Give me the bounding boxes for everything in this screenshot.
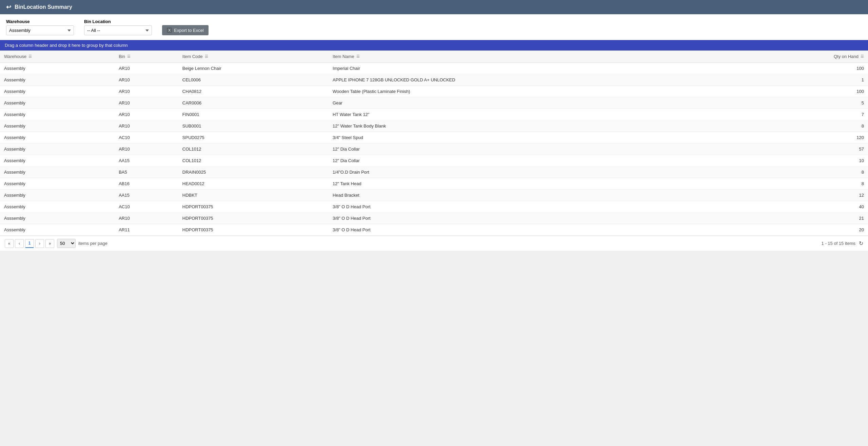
pagination-right: 1 - 15 of 15 items ↻ <box>822 240 863 247</box>
cell-item_name: Head Bracket <box>329 190 746 201</box>
cell-warehouse: Asssembly <box>0 190 115 201</box>
cell-bin: AR10 <box>115 143 178 155</box>
first-page-button[interactable]: « <box>5 239 14 248</box>
warehouse-filter-icon[interactable]: ☰ <box>28 54 32 59</box>
col-header-item-code: Item Code ☰ <box>178 51 329 63</box>
table-row: AsssemblyAB16HEAD001212" Tank Head8 <box>0 178 868 190</box>
item-name-filter-icon[interactable]: ☰ <box>356 54 360 59</box>
pagination-bar: « ‹ 1 › » 50 items per page 1 - 15 of 15… <box>0 236 868 251</box>
cell-item_code: COL1012 <box>178 155 329 167</box>
cell-item_code: FIN0001 <box>178 109 329 120</box>
table-header-row: Warehouse ☰ Bin ☰ Item Code ☰ <box>0 51 868 63</box>
bin-location-label: Bin Location <box>84 19 152 24</box>
last-page-button[interactable]: » <box>45 239 54 248</box>
cell-warehouse: Asssembly <box>0 132 115 143</box>
drag-hint: Drag a column header and drop it here to… <box>0 40 868 51</box>
cell-qty_on_hand: 8 <box>746 120 868 132</box>
table-row: AsssemblyAR10FIN0001HT Water Tank 12"7 <box>0 109 868 120</box>
cell-warehouse: Asssembly <box>0 74 115 86</box>
table-row: AsssemblyAR10CEL0006APPLE IPHONE 7 128GB… <box>0 74 868 86</box>
table-row: AsssemblyAR10CHA0812Wooden Table (Plasti… <box>0 86 868 97</box>
cell-warehouse: Asssembly <box>0 213 115 224</box>
cell-warehouse: Asssembly <box>0 178 115 190</box>
prev-page-button[interactable]: ‹ <box>15 239 24 248</box>
item-code-filter-icon[interactable]: ☰ <box>205 54 208 59</box>
cell-item_name: Gear <box>329 97 746 109</box>
col-header-warehouse: Warehouse ☰ <box>0 51 115 63</box>
cell-item_code: HDPORT00375 <box>178 213 329 224</box>
cell-item_code: CAR0006 <box>178 97 329 109</box>
cell-item_name: 3/8" O D Head Port <box>329 224 746 236</box>
table-row: AsssemblyBA5DRAIN00251/4"O.D Drain Port8 <box>0 167 868 178</box>
table-row: AsssemblyAR10Beige Lennon ChairImperial … <box>0 63 868 74</box>
cell-qty_on_hand: 8 <box>746 178 868 190</box>
warehouse-label: Warehouse <box>6 19 74 24</box>
table-row: AsssemblyAC10HDPORT003753/8" O D Head Po… <box>0 201 868 213</box>
cell-bin: AR10 <box>115 63 178 74</box>
export-button[interactable]: X Export to Excel <box>162 25 209 35</box>
cell-bin: AR11 <box>115 224 178 236</box>
cell-item_code: HDPORT00375 <box>178 201 329 213</box>
per-page-select[interactable]: 50 <box>57 239 76 248</box>
qty-filter-icon[interactable]: ☰ <box>861 54 864 59</box>
cell-bin: AA15 <box>115 155 178 167</box>
cell-qty_on_hand: 20 <box>746 224 868 236</box>
export-button-label: Export to Excel <box>174 28 203 33</box>
export-icon: X <box>167 27 172 33</box>
cell-bin: AR10 <box>115 97 178 109</box>
cell-item_name: HT Water Tank 12" <box>329 109 746 120</box>
cell-qty_on_hand: 12 <box>746 190 868 201</box>
cell-qty_on_hand: 120 <box>746 132 868 143</box>
cell-warehouse: Asssembly <box>0 143 115 155</box>
cell-bin: AR10 <box>115 213 178 224</box>
per-page-label: items per page <box>78 241 107 246</box>
table-body: AsssemblyAR10Beige Lennon ChairImperial … <box>0 63 868 236</box>
cell-qty_on_hand: 100 <box>746 63 868 74</box>
current-page-button[interactable]: 1 <box>25 239 34 248</box>
col-header-qty: Qty on Hand ☰ <box>746 51 868 63</box>
controls-area: Warehouse Asssembly Bin Location -- All … <box>0 14 868 40</box>
data-table: Warehouse ☰ Bin ☰ Item Code ☰ <box>0 51 868 236</box>
cell-bin: AR10 <box>115 86 178 97</box>
bin-location-control: Bin Location -- All -- <box>84 19 152 35</box>
warehouse-select[interactable]: Asssembly <box>6 25 74 35</box>
cell-warehouse: Asssembly <box>0 155 115 167</box>
bin-location-select[interactable]: -- All -- <box>84 25 152 35</box>
table-row: AsssemblyAR10CAR0006Gear5 <box>0 97 868 109</box>
cell-qty_on_hand: 1 <box>746 74 868 86</box>
cell-item_name: 3/8" O D Head Port <box>329 213 746 224</box>
cell-bin: BA5 <box>115 167 178 178</box>
cell-item_name: 12" Dia Collar <box>329 143 746 155</box>
bin-filter-icon[interactable]: ☰ <box>127 54 131 59</box>
next-page-button[interactable]: › <box>35 239 44 248</box>
cell-item_name: 3/4" Steel Spud <box>329 132 746 143</box>
table-row: AsssemblyAA15COL101212" Dia Collar10 <box>0 155 868 167</box>
cell-warehouse: Asssembly <box>0 167 115 178</box>
cell-qty_on_hand: 7 <box>746 109 868 120</box>
cell-qty_on_hand: 10 <box>746 155 868 167</box>
col-header-item-name: Item Name ☰ <box>329 51 746 63</box>
cell-item_name: 3/8" O D Head Port <box>329 201 746 213</box>
cell-item_code: HDBKT <box>178 190 329 201</box>
cell-item_code: CHA0812 <box>178 86 329 97</box>
cell-qty_on_hand: 21 <box>746 213 868 224</box>
cell-item_code: HDPORT00375 <box>178 224 329 236</box>
page-title: BinLocation Summary <box>15 4 72 10</box>
cell-item_name: 12" Water Tank Body Blank <box>329 120 746 132</box>
cell-qty_on_hand: 40 <box>746 201 868 213</box>
cell-warehouse: Asssembly <box>0 97 115 109</box>
cell-warehouse: Asssembly <box>0 63 115 74</box>
cell-item_code: Beige Lennon Chair <box>178 63 329 74</box>
cell-warehouse: Asssembly <box>0 120 115 132</box>
cell-item_code: COL1012 <box>178 143 329 155</box>
cell-warehouse: Asssembly <box>0 224 115 236</box>
pagination-left: « ‹ 1 › » 50 items per page <box>5 239 107 248</box>
table-row: AsssemblyAC10SPUD02753/4" Steel Spud120 <box>0 132 868 143</box>
back-icon[interactable]: ↩ <box>6 3 11 11</box>
table-row: AsssemblyAR11HDPORT003753/8" O D Head Po… <box>0 224 868 236</box>
cell-item_name: APPLE IPHONE 7 128GB UNLOCKED GOLD A+ UN… <box>329 74 746 86</box>
cell-qty_on_hand: 8 <box>746 167 868 178</box>
refresh-button[interactable]: ↻ <box>859 240 863 247</box>
cell-bin: AC10 <box>115 201 178 213</box>
cell-item_code: SPUD0275 <box>178 132 329 143</box>
